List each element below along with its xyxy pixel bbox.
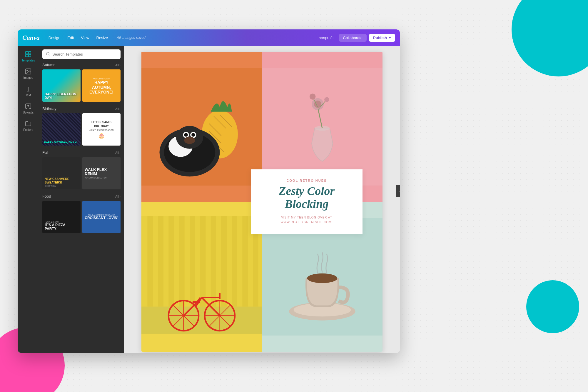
category-food: Food All › HAVE A SLICE! IT'S A PIZZA PA… <box>42 194 121 233</box>
template-food-2[interactable]: BOULANGERIE FRANÇAISE CROISSANT LOVIN' <box>82 201 121 233</box>
template-birthday-1[interactable]: HAPPY BIRTHDAY, EMILY! <box>42 113 81 146</box>
svg-rect-41 <box>221 216 227 307</box>
svg-rect-38 <box>190 216 195 307</box>
fall-2-sub: AUTUMN COLLECTION <box>85 177 118 179</box>
fall-templates-grid: NEW CASHMERE SWEATERS! SHOP NOW WALK FLE… <box>42 157 121 189</box>
autumn-templates-grid: HAPPY LIBERATION DAY! AUTUMN FLAIR HAPPY… <box>42 69 121 102</box>
sidebar-item-images[interactable]: Images <box>19 66 37 82</box>
overlay-title: Zesty Color Blocking <box>261 185 352 211</box>
images-label: Images <box>24 76 33 79</box>
canvas-cell-top-left <box>141 52 262 202</box>
svg-rect-40 <box>211 216 216 307</box>
category-birthday: Birthday All › HAPPY BIRTHDAY, EMILY! <box>42 106 121 146</box>
publish-button[interactable]: Publish <box>369 34 395 42</box>
category-food-header: Food All › <box>42 194 121 198</box>
fall-1-sub: SHOP NOW <box>45 185 78 187</box>
autumn-2-text: HAPPY AUTUMN, EVERYONE! <box>85 80 118 95</box>
toolbar: Canva Design Edit View Resize All change… <box>18 29 400 46</box>
category-autumn-all[interactable]: All › <box>115 63 121 67</box>
svg-rect-39 <box>200 216 206 307</box>
svg-rect-0 <box>26 51 28 54</box>
category-birthday-all[interactable]: All › <box>115 107 121 111</box>
birthday-2-sub: JOIN THE CELEBRATION <box>89 129 114 131</box>
canvas-tl-image <box>141 52 262 202</box>
template-fall-2[interactable]: WALK FLEX DENIM AUTUMN COLLECTION <box>82 157 121 189</box>
search-input[interactable] <box>52 52 117 56</box>
svg-rect-37 <box>179 216 184 307</box>
template-fall-1[interactable]: NEW CASHMERE SWEATERS! SHOP NOW <box>42 157 81 189</box>
category-fall-header: Fall All › <box>42 150 121 155</box>
svg-rect-3 <box>29 54 31 57</box>
svg-point-6 <box>46 52 49 55</box>
svg-rect-34 <box>148 216 153 307</box>
category-fall: Fall All › NEW CASHMERE SWEATERS! SHOP N… <box>42 150 121 189</box>
sidebar-icons: Templates Images Text <box>18 46 39 353</box>
canvas-text-overlay: COOL RETRO HUES Zesty Color Blocking VIS… <box>251 169 363 234</box>
template-autumn-2[interactable]: AUTUMN FLAIR HAPPY AUTUMN, EVERYONE! <box>82 69 121 102</box>
collaborate-button[interactable]: Collaborate <box>339 34 367 42</box>
svg-point-31 <box>324 97 329 102</box>
svg-point-21 <box>191 133 195 137</box>
app-logo: Canva <box>22 34 40 41</box>
save-status: All changes saved <box>117 36 145 40</box>
canvas-area: COOL RETRO HUES Zesty Color Blocking VIS… <box>124 46 400 353</box>
autumn-1-text: HAPPY LIBERATION DAY! <box>45 92 78 99</box>
templates-scroll: Autumn All › HAPPY LIBERATION DAY! <box>39 61 124 353</box>
search-bar-wrap <box>39 46 124 61</box>
templates-icon <box>25 51 32 58</box>
menu-edit[interactable]: Edit <box>64 34 77 41</box>
birthday-1-text: HAPPY BIRTHDAY, EMILY! <box>44 141 77 144</box>
sidebar-item-folders[interactable]: Folders <box>19 118 37 134</box>
folders-label: Folders <box>23 128 33 131</box>
text-label: Text <box>26 94 31 97</box>
menu-resize[interactable]: Resize <box>93 34 111 41</box>
birthday-2-icon: 🎂 <box>98 132 105 139</box>
images-icon <box>25 68 32 75</box>
sidebar-item-templates[interactable]: Templates <box>19 48 37 64</box>
category-autumn: Autumn All › HAPPY LIBERATION DAY! <box>42 63 121 102</box>
menu-view[interactable]: View <box>78 34 92 41</box>
templates-label: Templates <box>21 59 35 62</box>
sidebar-item-uploads[interactable]: Uploads <box>19 100 37 116</box>
svg-rect-35 <box>158 216 163 307</box>
template-autumn-1[interactable]: HAPPY LIBERATION DAY! <box>42 69 81 102</box>
toolbar-menu: Design Edit View Resize <box>46 34 111 41</box>
publish-chevron-icon <box>389 37 391 39</box>
design-canvas[interactable]: COOL RETRO HUES Zesty Color Blocking VIS… <box>141 52 382 352</box>
sidebar-item-text[interactable]: Text <box>19 83 37 99</box>
category-fall-title: Fall <box>42 150 49 155</box>
search-icon <box>46 52 50 57</box>
folders-icon <box>25 120 32 127</box>
category-food-all[interactable]: All › <box>115 195 121 198</box>
app-window: Canva Design Edit View Resize All change… <box>18 29 400 353</box>
menu-design[interactable]: Design <box>46 34 63 41</box>
birthday-2-title: LITTLE SAM'S BIRTHDAY <box>85 120 118 128</box>
svg-point-20 <box>184 133 188 137</box>
svg-point-29 <box>310 94 316 100</box>
food-1-title: IT'S A PIZZA PARTY! <box>45 223 78 231</box>
category-fall-all[interactable]: All › <box>115 151 121 154</box>
text-icon <box>25 85 32 92</box>
food-templates-grid: HAVE A SLICE! IT'S A PIZZA PARTY! BOULAN… <box>42 201 121 233</box>
svg-rect-45 <box>141 307 262 334</box>
canvas-cell-bottom-left <box>141 202 262 352</box>
category-autumn-title: Autumn <box>42 63 56 67</box>
decorative-blob-teal-bottom <box>526 280 579 333</box>
svg-point-22 <box>184 137 195 144</box>
category-food-title: Food <box>42 194 51 198</box>
template-birthday-2[interactable]: LITTLE SAM'S BIRTHDAY JOIN THE CELEBRATI… <box>82 113 121 146</box>
category-autumn-header: Autumn All › <box>42 63 121 67</box>
autumn-2-sub: AUTUMN FLAIR <box>93 77 110 80</box>
overlay-body: VISIT MY TEEN BLOG OVER ATWWW.REALLYGREA… <box>261 215 352 225</box>
svg-point-5 <box>27 70 28 71</box>
svg-point-66 <box>307 273 338 283</box>
template-food-1[interactable]: HAVE A SLICE! IT'S A PIZZA PARTY! <box>42 201 81 233</box>
svg-rect-1 <box>29 51 31 54</box>
templates-panel: Autumn All › HAPPY LIBERATION DAY! <box>39 46 124 353</box>
svg-rect-2 <box>26 54 28 57</box>
svg-rect-43 <box>242 216 248 307</box>
search-bar <box>42 49 121 59</box>
fall-1-title: NEW CASHMERE SWEATERS! <box>45 177 78 184</box>
svg-rect-36 <box>168 216 174 307</box>
category-birthday-title: Birthday <box>42 106 56 111</box>
